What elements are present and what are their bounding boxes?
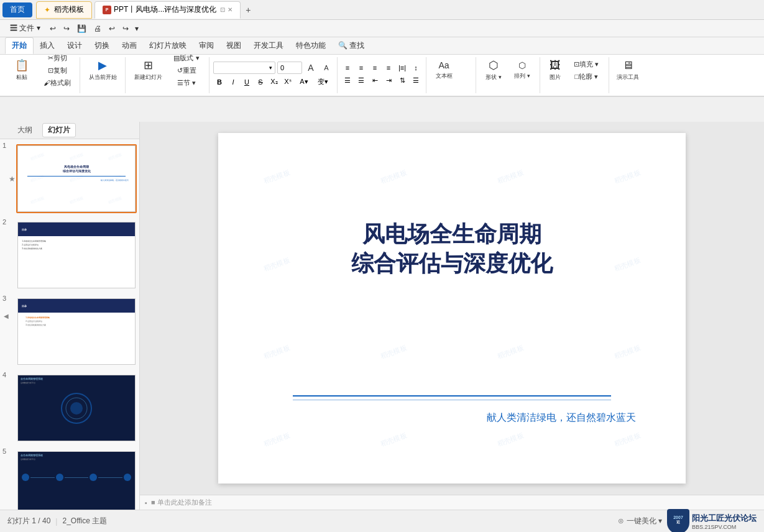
main-slide-area[interactable]: 稻壳模板 稻壳模板 稻壳模板 稻壳模板 稻壳模板 稻壳模板 稻壳模板 稻壳模板 … — [140, 122, 764, 495]
format-painter-button[interactable]: 🖌 格式刷 — [39, 77, 76, 88]
tab-review[interactable]: 审阅 — [193, 38, 220, 53]
menu-undo-btn[interactable]: ↩ — [47, 22, 59, 35]
font-grow-button[interactable]: A — [304, 61, 318, 75]
tab-find[interactable]: 🔍 查找 — [332, 38, 370, 53]
paste-button[interactable]: 📋 粘贴 — [6, 55, 37, 86]
slide-canvas[interactable]: 稻壳模板 稻壳模板 稻壳模板 稻壳模板 稻壳模板 稻壳模板 稻壳模板 稻壳模板 … — [218, 133, 686, 484]
tab-template[interactable]: ✦ 稻壳模板 — [36, 1, 92, 19]
layout-button[interactable]: ▤ 版式 ▾ — [168, 55, 205, 63]
copy-button[interactable]: ⊡ 复制 — [39, 65, 76, 76]
slide-thumb-1[interactable]: 稻壳模板 稻壳模板 稻壳模板 稻壳模板 稻壳模板 稻壳模板 稻壳模板 稻壳模板 … — [16, 144, 137, 213]
font-color-button[interactable]: A▾ — [295, 76, 313, 88]
collapse-panel-button[interactable]: ◀ — [1, 311, 11, 321]
list-btn[interactable]: ☰ — [341, 75, 354, 86]
align-right-btn[interactable]: ≡ — [369, 62, 381, 73]
ordered-list-btn[interactable]: ☰ — [355, 75, 367, 86]
indent-less-btn[interactable]: ⇤ — [369, 75, 381, 86]
logo-main-text: 阳光工匠光伏论坛 — [692, 513, 757, 524]
beautify-button[interactable]: ⊙ 一键美化 ▾ — [618, 516, 662, 526]
menu-undo2-btn[interactable]: ↩ — [106, 22, 118, 35]
font-shrink-button[interactable]: A — [320, 61, 333, 75]
notes-bar[interactable]: ▪ ■ 单击此处添加备注 — [140, 495, 764, 510]
indent-more-btn[interactable]: ⇥ — [382, 75, 395, 86]
logo-site: BBS.21SPV.COM — [692, 524, 757, 530]
notes-hint[interactable]: ■ 单击此处添加备注 — [151, 498, 212, 507]
start-button[interactable]: ▶ 从当前开始 — [84, 55, 121, 86]
tab-insert[interactable]: 插入 — [34, 38, 61, 53]
shape-button[interactable]: ⬡ 形状 ▾ — [480, 55, 507, 86]
slide-thumb-3[interactable]: 目录 1. 风电场全生命周期管理策略 2. 运营运行过程评估 3. 优化系统案例… — [16, 297, 137, 366]
close-tab-icon[interactable]: ✕ — [228, 6, 232, 13]
slide-line-2 — [293, 400, 611, 400]
tab-slideshow[interactable]: 幻灯片放映 — [143, 38, 193, 53]
align-justify-btn[interactable]: ≡ — [382, 62, 395, 73]
slide-3-item-2: 2. 运营运行过程评估 — [25, 320, 131, 323]
thumb-1-line — [27, 176, 126, 177]
slide-thumb-2[interactable]: 目录 1. 风电场全生命周期管理策略 2. 运营运行过程评估 3. 优化系统案例… — [16, 221, 137, 290]
font-group: ▾ 0 A A B I U S X₂ Xˢ A▾ 变▾ — [209, 57, 338, 93]
slide-slogan[interactable]: 献人类清洁绿电，还自然碧水蓝天 — [487, 411, 636, 424]
tab-home[interactable]: 首页 — [2, 2, 32, 17]
menu-redo2-btn[interactable]: ↪ — [119, 22, 132, 35]
align-center-btn[interactable]: ≡ — [355, 62, 367, 73]
outline-button[interactable]: □ 轮廓 ▾ — [568, 71, 605, 82]
transform-button[interactable]: 变▾ — [314, 76, 331, 88]
bold-button[interactable]: B — [213, 76, 226, 88]
menu-redo-btn[interactable]: ↪ — [60, 22, 73, 35]
italic-button[interactable]: I — [227, 76, 239, 88]
tab-design[interactable]: 设计 — [61, 38, 88, 53]
tab-transition[interactable]: 切换 — [88, 38, 116, 53]
col-btn[interactable]: |≡| — [396, 62, 408, 73]
tab-home-ribbon[interactable]: 开始 — [5, 37, 34, 54]
slide-thumb-4[interactable]: 全生命周期管理系统 运维数据分析平台 — [16, 374, 137, 443]
thumb-1-title: 风电场全生命周期综合评估与深度优化 — [18, 165, 135, 173]
slide-main-title[interactable]: 风电场全生命周期综合评估与深度优化 — [268, 220, 636, 278]
cut-button[interactable]: ✂ 剪切 — [39, 55, 76, 63]
dir-btn[interactable]: ⇅ — [396, 75, 408, 86]
menu-more-btn[interactable]: ▾ — [133, 22, 140, 35]
notes-icon: ▪ — [145, 499, 147, 507]
menu-print-btn[interactable]: 🖨 — [91, 22, 104, 35]
line-spacing-btn[interactable]: ↕ — [410, 62, 422, 73]
textbox-button[interactable]: Aa 文本框 — [430, 55, 458, 86]
arrange-button[interactable]: ⬡ 排列 ▾ — [509, 55, 536, 86]
slide-1-content: 稻壳模板 稻壳模板 稻壳模板 稻壳模板 稻壳模板 稻壳模板 稻壳模板 稻壳模板 … — [17, 145, 136, 212]
slide-2-header-text: 目录 — [22, 228, 27, 231]
arrange-label: 排列 ▾ — [514, 72, 530, 80]
new-slide-button[interactable]: ⊞ 新建幻灯片 — [129, 55, 167, 86]
subscript-button[interactable]: X₂ — [268, 76, 280, 88]
menu-file[interactable]: ☰ 文件 ▾ — [5, 21, 45, 35]
present-tool-button[interactable]: 🖥 演示工具 — [613, 55, 643, 86]
slide-thumb-5[interactable]: 全生命周期管理系统 运维数据分析平台 — [16, 450, 137, 510]
superscript-button[interactable]: Xˢ — [282, 76, 294, 88]
section-button[interactable]: ☰ 节 ▾ — [168, 77, 205, 88]
format-painter-icon: 🖌 — [44, 79, 50, 86]
slide-2-content: 目录 1. 风电场全生命周期管理策略 2. 运营运行过程评估 3. 优化系统案例… — [17, 222, 136, 288]
underline-button[interactable]: U — [241, 76, 253, 88]
tab-animation[interactable]: 动画 — [116, 38, 143, 53]
tab-special[interactable]: 特色功能 — [290, 38, 332, 53]
tab-outline[interactable]: 大纲 — [12, 124, 37, 137]
tab-view[interactable]: 视图 — [220, 38, 247, 53]
fill-button[interactable]: ⊡ 填充 ▾ — [568, 58, 605, 70]
menu-save-btn[interactable]: 💾 — [74, 22, 90, 35]
font-family-box[interactable]: ▾ — [213, 62, 275, 74]
reset-icon: ↺ — [177, 66, 183, 75]
slide-thumb-row-1: 1 ★ 稻壳模板 稻壳模板 稻壳模板 稻壳模板 稻壳模板 稻壳模板 稻壳模板 稻… — [0, 139, 139, 216]
tab-slides[interactable]: 幻灯片 — [42, 123, 76, 137]
add-tab-button[interactable]: + — [241, 2, 255, 17]
image-button[interactable]: 🖼 图片 — [544, 55, 566, 86]
vert-align-btn[interactable]: ☰ — [410, 75, 422, 86]
align-left-btn[interactable]: ≡ — [341, 62, 354, 73]
logo-shield-text: 近 — [676, 520, 680, 525]
tab-doc[interactable]: P PPT丨风电场...评估与深度优化 ⊡ ✕ — [94, 1, 241, 19]
restore-icon[interactable]: ⊡ — [220, 6, 225, 13]
textbox-label: 文本框 — [436, 72, 453, 80]
bottom-logo: 2007 近 阳光工匠光伏论坛 BBS.21SPV.COM — [667, 509, 757, 533]
star-icon-1[interactable]: ★ — [9, 175, 16, 183]
logo-text: 阳光工匠光伏论坛 BBS.21SPV.COM — [692, 513, 757, 530]
strikethrough-button[interactable]: S — [254, 76, 267, 88]
reset-button[interactable]: ↺ 重置 — [168, 65, 205, 76]
font-size-box[interactable]: 0 — [277, 62, 302, 74]
tab-developer[interactable]: 开发工具 — [247, 38, 290, 53]
